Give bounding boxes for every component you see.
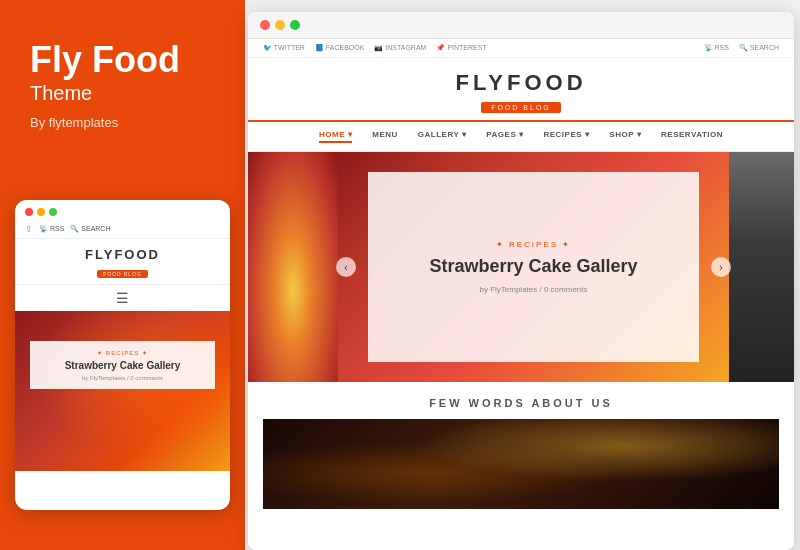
rss-icon: 📡 [39,225,48,232]
mobile-dot-green [49,208,57,216]
mobile-logo-text: FLYFOOD [15,247,230,262]
mobile-nav-bar: ⇧ 📡 RSS 🔍 SEARCH [15,220,230,239]
mobile-hero: ✦ RECIPES ✦ Strawberry Cake Gallery by F… [15,311,230,471]
site-navigation: HOME ▾ MENU GALLERY ▾ PAGES ▾ RECIPES ▾ … [248,122,794,152]
mobile-dots [25,208,57,216]
hero-meta: by FlyTemplates / 0 comments [479,285,587,294]
mobile-dot-yellow [37,208,45,216]
search-icon: 🔍 [70,225,79,232]
site-logo-tagline: FOOD BLOG [481,102,561,113]
theme-by: By flytemplates [30,115,215,130]
hero-left-image [248,152,338,382]
about-title: FEW WORDS ABOUT US [263,397,779,409]
social-links: 🐦 TWITTER 📘 FACEBOOK 📷 INSTAGRAM 📌 PINTE… [263,44,487,52]
mobile-hero-meta: by FlyTemplates / 0 comments [40,375,205,381]
search-link[interactable]: 🔍 SEARCH [739,44,779,52]
mobile-search-link[interactable]: 🔍 SEARCH [70,225,110,233]
share-icon: ⇧ [25,224,33,234]
instagram-link[interactable]: 📷 INSTAGRAM [374,44,426,52]
mobile-logo-tag: FOOD BLOG [97,270,148,278]
mobile-hero-title: Strawberry Cake Gallery [40,359,205,372]
desktop-mockup: 🐦 TWITTER 📘 FACEBOOK 📷 INSTAGRAM 📌 PINTE… [248,12,794,550]
browser-dot-green [290,20,300,30]
nav-pages[interactable]: PAGES ▾ [486,130,523,143]
mobile-mockup: ⇧ 📡 RSS 🔍 SEARCH FLYFOOD FOOD BLOG ☰ ✦ [15,200,230,510]
site-logo-area: FLYFOOD FOOD BLOG [248,58,794,122]
hero-center-image: ✦ RECIPES ✦ Strawberry Cake Gallery by F… [338,152,729,382]
hero-right-image [729,152,794,382]
nav-reservation[interactable]: RESERVATION [661,130,723,143]
browser-dot-yellow [275,20,285,30]
browser-bar [248,12,794,39]
mobile-browser-bar [15,200,230,220]
left-panel: Fly Food Theme By flytemplates ⇧ 📡 RSS 🔍 [0,0,245,550]
rss-link[interactable]: 📡 RSS [704,44,729,52]
site-topbar: 🐦 TWITTER 📘 FACEBOOK 📷 INSTAGRAM 📌 PINTE… [248,39,794,58]
nav-recipes[interactable]: RECIPES ▾ [543,130,589,143]
facebook-link[interactable]: 📘 FACEBOOK [315,44,364,52]
slider-prev-button[interactable]: ‹ [336,257,356,277]
mobile-overlay-box: ✦ RECIPES ✦ Strawberry Cake Gallery by F… [30,341,215,389]
theme-subtitle: Theme [30,82,215,105]
site-logo-text: FLYFOOD [248,70,794,96]
about-image [263,419,779,509]
nav-menu[interactable]: MENU [372,130,398,143]
hero-recipes-label: ✦ RECIPES ✦ [496,240,572,249]
twitter-link[interactable]: 🐦 TWITTER [263,44,305,52]
mobile-nav-left: ⇧ 📡 RSS 🔍 SEARCH [25,224,111,234]
pinterest-link[interactable]: 📌 PINTEREST [436,44,486,52]
browser-dot-red [260,20,270,30]
mobile-recipes-label: ✦ RECIPES ✦ [40,349,205,356]
hero-title: Strawberry Cake Gallery [429,255,637,278]
mobile-menu-button[interactable]: ☰ [15,285,230,311]
mobile-logo-area: FLYFOOD FOOD BLOG [15,239,230,285]
topbar-right: 📡 RSS 🔍 SEARCH [704,44,779,52]
nav-home[interactable]: HOME ▾ [319,130,352,143]
mobile-rss-link[interactable]: 📡 RSS [39,225,64,233]
theme-title: Fly Food [30,40,215,80]
mobile-dot-red [25,208,33,216]
nav-gallery[interactable]: GALLERY ▾ [418,130,467,143]
hero-slider: ✦ RECIPES ✦ Strawberry Cake Gallery by F… [248,152,794,382]
mobile-hero-image [15,311,230,471]
hero-overlay: ✦ RECIPES ✦ Strawberry Cake Gallery by F… [368,172,699,362]
about-image-inner [263,419,779,509]
nav-shop[interactable]: SHOP ▾ [609,130,641,143]
about-section: FEW WORDS ABOUT US [248,382,794,524]
slider-next-button[interactable]: › [711,257,731,277]
